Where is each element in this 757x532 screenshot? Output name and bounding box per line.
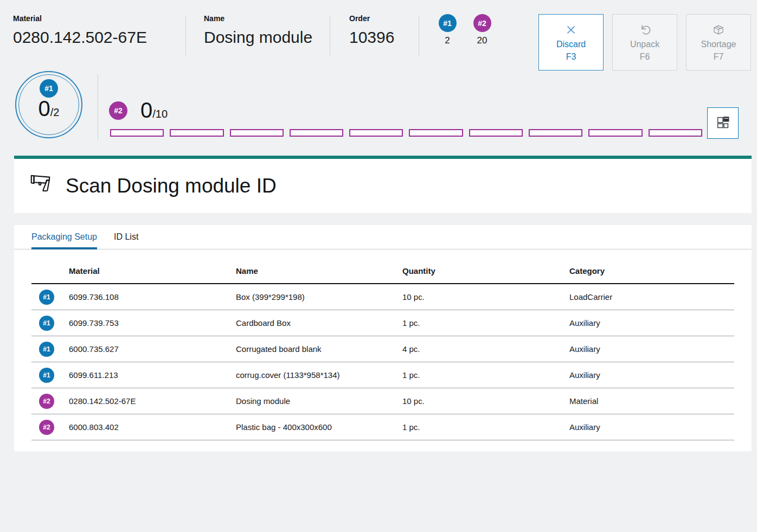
unpack-label: Unpack — [630, 40, 659, 49]
progress-divider — [98, 74, 98, 140]
item-progress-segments — [110, 129, 702, 137]
row-category: Auxiliary — [569, 422, 734, 432]
packaging-setup-table: Material Name Quantity Category #1 6099.… — [31, 249, 734, 440]
progress-segment — [588, 129, 642, 137]
shortage-label: Shortage — [701, 40, 736, 49]
order-label: Order — [349, 14, 419, 23]
progress-segment — [230, 129, 284, 137]
row-material: 6099.739.753 — [69, 318, 236, 328]
close-icon — [565, 23, 577, 37]
row-material: 6000.803.402 — [69, 422, 236, 432]
row-name: Dosing module — [236, 396, 402, 406]
material-value: 0280.142.502-67E — [13, 28, 185, 47]
row-package-badge: #1 — [39, 290, 54, 305]
package-1-count: 2 — [434, 35, 460, 46]
row-material: 0280.142.502-67E — [69, 396, 236, 406]
row-material: 6099.736.108 — [69, 292, 236, 302]
header: Material 0280.142.502-67E Name Dosing mo… — [0, 0, 757, 72]
progress-segment — [110, 129, 164, 137]
barcode-scanner-icon — [29, 172, 54, 200]
progress-section: #1 0/2 #2 0/10 — [0, 72, 757, 156]
row-quantity: 10 pc. — [402, 292, 569, 302]
packaging-card: Packaging Setup ID List Material Name Qu… — [14, 225, 752, 451]
row-name: Cardboard Box — [236, 318, 402, 328]
progress-segment — [409, 129, 463, 137]
row-package-badge: #1 — [39, 316, 54, 331]
table-row: #1 6099.611.213 corrug.cover (1133*958*1… — [31, 362, 734, 388]
row-name: corrug.cover (1133*958*134) — [236, 370, 402, 380]
row-package-badge: #1 — [39, 368, 54, 383]
discard-key: F3 — [566, 52, 576, 62]
discard-label: Discard — [556, 40, 586, 49]
order-field: Order 10396 — [330, 14, 419, 47]
row-package-badge: #1 — [39, 342, 54, 357]
item-progress-count: 0/10 — [140, 98, 168, 123]
item-progress-current: 0 — [140, 98, 152, 122]
row-category: Auxiliary — [569, 370, 734, 380]
counter-package-2: #2 20 — [469, 14, 495, 46]
header-divider — [419, 15, 419, 55]
table-row: #1 6099.739.753 Cardboard Box 1 pc. Auxi… — [31, 310, 734, 336]
tab-bar: Packaging Setup ID List — [14, 225, 752, 249]
name-column-header: Name — [236, 266, 402, 275]
row-quantity: 10 pc. — [402, 396, 569, 406]
row-quantity: 1 pc. — [402, 370, 569, 380]
row-category: LoadCarrier — [569, 292, 734, 302]
package-icon — [711, 23, 726, 37]
action-buttons: Discard F3 Unpack F6 Short — [538, 14, 751, 70]
carrier-badge: #1 — [40, 79, 58, 98]
package-2-count: 20 — [469, 35, 495, 46]
row-name: Box (399*299*198) — [236, 292, 402, 302]
progress-segment — [349, 129, 403, 137]
row-name: Corrugated board blank — [236, 344, 402, 354]
row-name: Plastic bag - 400x300x600 — [236, 422, 402, 432]
row-category: Material — [569, 396, 734, 406]
name-field: Name Dosing module — [186, 14, 330, 47]
carrier-progress-count: 0/2 — [39, 97, 60, 121]
table-row: #2 0280.142.502-67E Dosing module 10 pc.… — [31, 388, 734, 414]
progress-segment — [290, 129, 343, 137]
table-header-row: Material Name Quantity Category — [31, 249, 734, 284]
scan-prompt-card: Scan Dosing module ID — [14, 156, 752, 213]
quantity-column-header: Quantity — [402, 266, 569, 275]
undo-icon — [638, 23, 652, 37]
row-package-badge: #2 — [39, 420, 54, 435]
order-value: 10396 — [349, 28, 419, 47]
scan-prompt-text: Scan Dosing module ID — [66, 175, 277, 197]
row-quantity: 1 pc. — [402, 422, 569, 432]
name-label: Name — [204, 14, 330, 23]
carrier-progress-total: /2 — [50, 106, 60, 118]
row-quantity: 1 pc. — [402, 318, 569, 328]
row-material: 6000.735.627 — [69, 344, 236, 354]
carrier-progress-circle: #1 0/2 — [15, 71, 82, 138]
material-field: Material 0280.142.502-67E — [13, 14, 185, 47]
shortage-button[interactable]: Shortage F7 — [686, 14, 751, 70]
grid-keypad-icon — [716, 115, 730, 131]
carrier-progress-current: 0 — [39, 97, 50, 120]
shortage-key: F7 — [714, 52, 724, 62]
batch-overview-button[interactable] — [707, 107, 739, 139]
row-package-badge: #2 — [39, 394, 54, 409]
category-column-header: Category — [569, 266, 734, 275]
package-1-badge: #1 — [439, 14, 457, 32]
row-category: Auxiliary — [569, 318, 734, 328]
progress-segment — [529, 129, 582, 137]
table-row: #1 6000.735.627 Corrugated board blank 4… — [31, 336, 734, 362]
row-category: Auxiliary — [569, 344, 734, 354]
discard-button[interactable]: Discard F3 — [538, 14, 604, 70]
progress-segment — [649, 129, 702, 137]
material-column-header: Material — [69, 266, 236, 275]
table-row: #1 6099.736.108 Box (399*299*198) 10 pc.… — [31, 284, 734, 310]
unpack-button[interactable]: Unpack F6 — [612, 14, 677, 70]
package-2-badge: #2 — [473, 14, 491, 32]
unpack-key: F6 — [640, 52, 650, 62]
tab-id-list[interactable]: ID List — [114, 226, 138, 249]
row-material: 6099.611.213 — [69, 370, 236, 380]
item-progress-line: #2 0/10 — [109, 98, 168, 123]
tab-packaging-setup[interactable]: Packaging Setup — [31, 226, 97, 249]
progress-segment — [469, 129, 523, 137]
material-label: Material — [13, 14, 185, 23]
table-row: #2 6000.803.402 Plastic bag - 400x300x60… — [31, 414, 734, 440]
row-quantity: 4 pc. — [402, 344, 569, 354]
package-counters: #1 2 #2 20 — [434, 14, 495, 46]
